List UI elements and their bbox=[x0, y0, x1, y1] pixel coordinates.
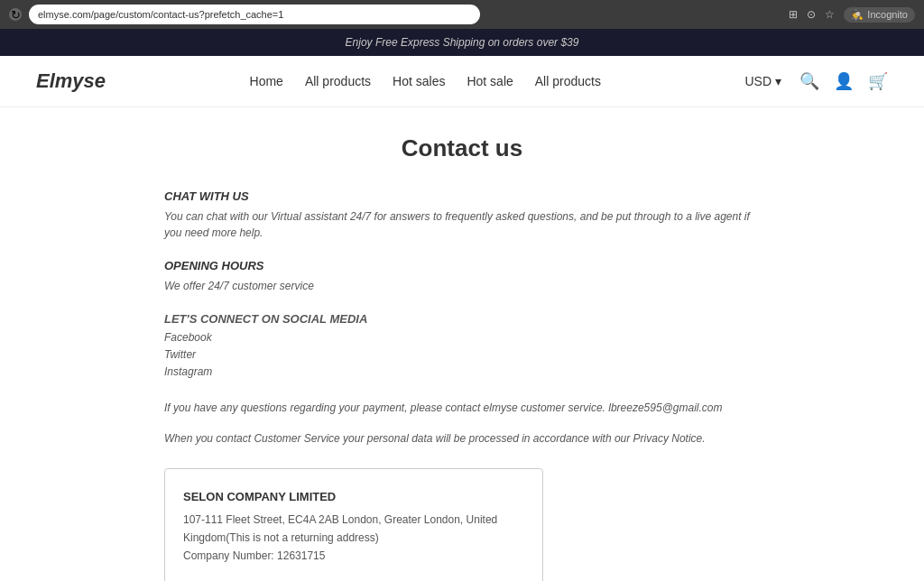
main-content: Contact us CHAT WITH US You can chat wit… bbox=[146, 107, 778, 581]
header-icons: 🔍 👤 🛒 bbox=[799, 71, 888, 91]
url-text: elmyse.com/page/custom/contact-us?prefet… bbox=[38, 9, 283, 20]
social-instagram[interactable]: Instagram bbox=[164, 364, 760, 381]
nav-hot-sales[interactable]: Hot sales bbox=[393, 74, 445, 88]
incognito-label: Incognito bbox=[867, 9, 908, 20]
chat-body: You can chat with our Virtual assistant … bbox=[164, 208, 760, 241]
browser-right-icons: ⊞ ⊙ ☆ 🕵 Incognito bbox=[789, 7, 915, 23]
cast-icon[interactable]: ⊙ bbox=[807, 8, 816, 21]
social-media-heading: LET'S CONNECT ON SOCIAL MEDIA bbox=[164, 312, 760, 326]
incognito-icon: 🕵 bbox=[851, 9, 864, 21]
privacy-note: When you contact Customer Service your p… bbox=[164, 430, 760, 447]
cart-icon[interactable]: 🛒 bbox=[868, 71, 888, 91]
social-media-section: LET'S CONNECT ON SOCIAL MEDIA Facebook T… bbox=[164, 312, 760, 382]
nav-all-products-2[interactable]: All products bbox=[535, 74, 601, 88]
contact-note: If you have any questions regarding your… bbox=[164, 400, 760, 416]
company-address: 107-111 Fleet Street, EC4A 2AB London, G… bbox=[183, 511, 524, 548]
address-bar[interactable]: elmyse.com/page/custom/contact-us?prefet… bbox=[29, 5, 480, 24]
currency-selector[interactable]: USD ▾ bbox=[744, 74, 781, 88]
nav-hot-sale[interactable]: Hot sale bbox=[467, 74, 513, 88]
chat-heading: CHAT WITH US bbox=[164, 189, 760, 203]
opening-hours-section: OPENING HOURS We offer 24/7 customer ser… bbox=[164, 259, 760, 294]
chat-section: CHAT WITH US You can chat with our Virtu… bbox=[164, 189, 760, 241]
incognito-badge: 🕵 Incognito bbox=[844, 7, 915, 23]
account-icon[interactable]: 👤 bbox=[834, 71, 854, 91]
promo-banner: Enjoy Free Express Shipping on orders ov… bbox=[0, 29, 924, 56]
browser-chrome: ↻ elmyse.com/page/custom/contact-us?pref… bbox=[0, 0, 924, 29]
browser-reload[interactable]: ↻ bbox=[9, 8, 22, 21]
social-twitter[interactable]: Twitter bbox=[164, 346, 760, 364]
site-header: Elmyse Home All products Hot sales Hot s… bbox=[0, 56, 924, 107]
apps-icon[interactable]: ⊞ bbox=[789, 8, 798, 21]
nav-all-products-1[interactable]: All products bbox=[305, 74, 371, 88]
opening-hours-heading: OPENING HOURS bbox=[164, 259, 760, 272]
promo-text: Enjoy Free Express Shipping on orders ov… bbox=[346, 36, 579, 49]
social-facebook[interactable]: Facebook bbox=[164, 329, 760, 346]
main-nav: Home All products Hot sales Hot sale All… bbox=[106, 74, 744, 88]
opening-hours-body: We offer 24/7 customer service bbox=[164, 278, 760, 294]
site-logo[interactable]: Elmyse bbox=[36, 69, 106, 93]
star-icon[interactable]: ☆ bbox=[825, 8, 835, 21]
browser-controls: ↻ bbox=[9, 8, 22, 21]
page-title: Contact us bbox=[164, 134, 760, 162]
search-icon[interactable]: 🔍 bbox=[799, 71, 819, 91]
company-number: Company Number: 12631715 bbox=[183, 547, 524, 565]
nav-home[interactable]: Home bbox=[250, 74, 283, 88]
company-box: SELON COMPANY LIMITED 107-111 Fleet Stre… bbox=[164, 468, 543, 581]
company-name: SELON COMPANY LIMITED bbox=[183, 487, 524, 507]
currency-label: USD bbox=[744, 74, 772, 88]
currency-chevron-icon: ▾ bbox=[775, 74, 781, 88]
